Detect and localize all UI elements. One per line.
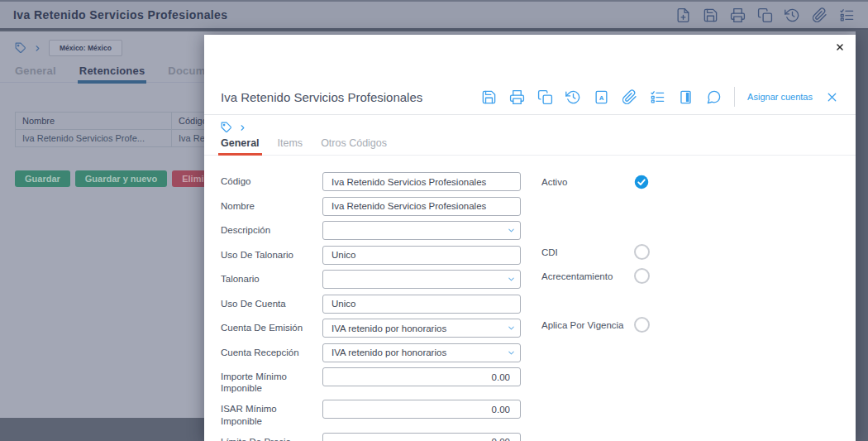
field-label: Importe Mínimo Imponible (221, 367, 322, 395)
page-title: Iva Retenido Servicios Profesionales (13, 8, 228, 22)
uso-de-talonario-input[interactable] (322, 246, 521, 265)
cuenta-recepcion-select[interactable] (322, 343, 521, 362)
field-label: Cuenta Recepción (221, 343, 322, 362)
new-document-icon[interactable] (675, 7, 691, 23)
field-row-cuenta-recepcion: Cuenta Recepción (221, 343, 525, 362)
assign-accounts-link[interactable]: Asignar cuentas (747, 92, 813, 102)
save-and-new-button[interactable]: Guardar y nuevo (75, 170, 167, 187)
field-label: Cuenta De Emisión (221, 319, 322, 338)
modal-divider (204, 114, 856, 115)
field-row-uso-de-cuenta: Uso De Cuenta (221, 295, 525, 314)
field-label: Nombre (221, 197, 322, 216)
print-icon[interactable] (730, 7, 746, 23)
tab-general[interactable]: General (221, 137, 260, 155)
breadcrumb-tag[interactable]: México: México (49, 40, 122, 56)
modal-title: Iva Retenido Servicios Profesionales (221, 90, 422, 104)
modal-toolbar: A Asignar cuentas (481, 87, 839, 107)
field-label: ISAR Mínimo Imponible (221, 400, 322, 427)
attachment-icon[interactable] (812, 7, 827, 23)
column-header-nombre[interactable]: Nombre (16, 113, 172, 130)
app-window: Iva Retenido Servicios Profesionales (0, 0, 868, 441)
field-label: Límite De Precio Unitario (221, 433, 322, 441)
history-icon[interactable] (785, 7, 800, 23)
save-icon[interactable] (703, 7, 718, 23)
history-icon[interactable] (565, 89, 581, 105)
comment-icon[interactable] (706, 89, 722, 105)
toggle-row-cdi: CDI (541, 244, 650, 260)
tag-icon[interactable] (221, 122, 232, 133)
toolbar-divider (734, 87, 735, 107)
modal-breadcrumb (221, 122, 247, 133)
cdi-unchecked-circle[interactable] (634, 244, 650, 260)
field-row-importe-minimo: Importe Mínimo Imponible (221, 367, 525, 395)
toggle-label: CDI (541, 247, 634, 257)
field-row-talonario: Talonario (221, 270, 525, 289)
modal-tabs: General Items Otros Códigos (204, 137, 856, 156)
tab-general[interactable]: General (15, 60, 56, 82)
acrecentamiento-unchecked-circle[interactable] (634, 268, 650, 284)
field-row-codigo: Código (221, 172, 525, 191)
chevron-right-icon (238, 123, 247, 132)
descripcion-select[interactable] (322, 221, 521, 240)
clear-x-icon[interactable] (825, 90, 839, 104)
activo-checked-icon[interactable] (634, 175, 649, 189)
field-row-isar-minimo: ISAR Mínimo Imponible (221, 400, 525, 427)
page-topbar: Iva Retenido Servicios Profesionales (0, 0, 868, 30)
talonario-select[interactable] (322, 270, 521, 289)
toggle-label: Activo (541, 177, 634, 187)
field-row-descripcion: Descripción (221, 221, 525, 240)
svg-text:A: A (599, 93, 604, 101)
toggle-row-acrecentamiento: Acrecentamiento (541, 268, 650, 284)
checklist-icon[interactable] (839, 7, 855, 23)
chevron-right-icon (33, 44, 42, 53)
cuenta-de-emision-select[interactable] (322, 319, 521, 338)
field-label: Código (221, 172, 322, 191)
detail-modal: Iva Retenido Servicios Profesionales A (204, 35, 856, 441)
document-a-icon[interactable]: A (594, 89, 609, 105)
tab-items[interactable]: Items (278, 137, 303, 155)
breadcrumb: México: México (15, 40, 122, 56)
cell-nombre[interactable]: Iva Retenido Servicios Profe... (16, 130, 172, 147)
field-label: Uso De Talonario (221, 246, 322, 265)
modal-close-icon[interactable] (835, 42, 845, 52)
attachment-icon[interactable] (622, 89, 637, 105)
field-row-cuenta-de-emision: Cuenta De Emisión (221, 319, 525, 338)
print-icon[interactable] (509, 89, 525, 105)
toggle-label: Acrecentamiento (541, 271, 634, 281)
nombre-input[interactable] (322, 197, 521, 216)
toggle-row-aplica-por-vigencia: Aplica Por Vigencia (541, 317, 650, 333)
page-toolbar (675, 7, 855, 23)
tab-retenciones[interactable]: Retenciones (79, 60, 145, 82)
field-label: Talonario (221, 270, 322, 289)
aplica-por-vigencia-unchecked-circle[interactable] (634, 317, 650, 333)
field-label: Uso De Cuenta (221, 295, 322, 314)
accounts-document-icon[interactable] (678, 89, 694, 105)
copy-icon[interactable] (757, 7, 773, 23)
tag-icon[interactable] (15, 42, 26, 54)
copy-icon[interactable] (537, 89, 553, 105)
isar-minimo-imponible-input[interactable] (322, 400, 521, 419)
checklist-icon[interactable] (650, 89, 665, 105)
codigo-input[interactable] (322, 172, 521, 191)
field-row-nombre: Nombre (221, 197, 525, 216)
modal-form: Código Nombre Descripción Uso De Talonar… (221, 172, 525, 441)
limite-de-precio-unitario-input[interactable] (322, 433, 521, 441)
tab-otros-codigos[interactable]: Otros Códigos (321, 137, 387, 155)
field-label: Descripción (221, 221, 322, 240)
modal-header: Iva Retenido Servicios Profesionales A (221, 79, 839, 114)
save-button[interactable]: Guardar (15, 170, 70, 187)
importe-minimo-imponible-input[interactable] (322, 367, 521, 386)
toggle-label: Aplica Por Vigencia (541, 320, 634, 330)
field-row-limite-precio: Límite De Precio Unitario (221, 433, 525, 441)
toggle-row-activo: Activo (541, 175, 649, 189)
save-icon[interactable] (481, 89, 497, 105)
page-action-buttons: Guardar Guardar y nuevo Eliminar (15, 170, 228, 187)
uso-de-cuenta-input[interactable] (322, 295, 521, 314)
field-row-uso-de-talonario: Uso De Talonario (221, 246, 525, 265)
